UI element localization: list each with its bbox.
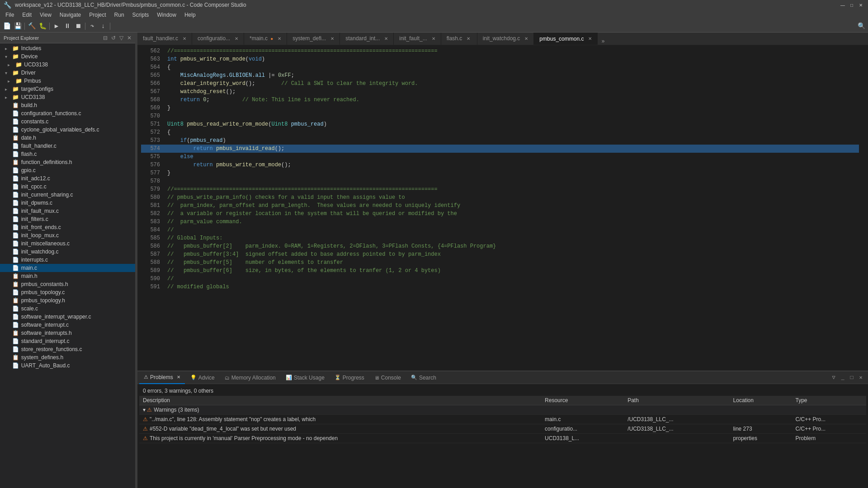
- tab-main-c[interactable]: *main.c●✕: [244, 33, 287, 45]
- warnings-group-row[interactable]: ▾ ⚠Warnings (3 items): [139, 405, 866, 415]
- warning-row-1[interactable]: ⚠#552-D variable "dead_time_4_local" was…: [139, 424, 866, 434]
- tree-item-main-h[interactable]: 📋main.h: [0, 272, 135, 280]
- close-sidebar-icon[interactable]: ✕: [127, 35, 132, 41]
- tree-item-function-defs[interactable]: 📋function_definitions.h: [0, 158, 135, 166]
- warning-row-2[interactable]: ⚠This project is currently in 'manual' P…: [139, 434, 866, 443]
- tree-item-config-func[interactable]: 📄configuration_functions.c: [0, 109, 135, 117]
- tree-item-interrupts[interactable]: 📄interrupts.c: [0, 256, 135, 264]
- tb-search-btn[interactable]: 🔍: [856, 21, 866, 31]
- tree-item-init-watchdog[interactable]: 📄init_watchdog.c: [0, 248, 135, 256]
- tb-new-btn[interactable]: 📄: [2, 21, 12, 31]
- bottom-tab-problems[interactable]: ⚠Problems✕: [139, 371, 185, 384]
- menu-file[interactable]: File: [2, 11, 18, 19]
- tree-item-scale-c[interactable]: 📄scale.c: [0, 305, 135, 313]
- maximize-button[interactable]: □: [848, 1, 855, 9]
- tab-close-icon[interactable]: ✕: [467, 36, 470, 41]
- tree-item-gpio-c[interactable]: 📄gpio.c: [0, 166, 135, 174]
- tab-close-icon[interactable]: ✕: [588, 36, 592, 41]
- tb-debug-btn[interactable]: 🐛: [38, 21, 47, 31]
- tree-item-date-h[interactable]: 📋date.h: [0, 134, 135, 142]
- tab-pmbus-common[interactable]: pmbus_common.c✕: [534, 33, 598, 45]
- tb-step-over[interactable]: ↷: [87, 21, 97, 31]
- tree-item-sw-interrupts-h[interactable]: 📋software_interrupts.h: [0, 329, 135, 337]
- col-location[interactable]: Location: [730, 396, 792, 405]
- tree-item-ucd3138-2[interactable]: ▸📁UCD3138: [0, 93, 135, 101]
- minimize-button[interactable]: —: [839, 1, 846, 9]
- tree-item-init-cpcc[interactable]: 📄init_cpcc.c: [0, 183, 135, 191]
- tab-configuration[interactable]: configuratio...✕: [192, 33, 244, 45]
- menu-navigate[interactable]: Navigate: [56, 11, 85, 19]
- tree-item-pmbus-topology-h[interactable]: 📋pmbus_topology.h: [0, 296, 135, 305]
- tab-init-fault[interactable]: init_fault_...✕: [394, 33, 441, 45]
- tab-init-watchdog[interactable]: init_watchdog.c✕: [477, 33, 534, 45]
- tb-build-btn[interactable]: 🔨: [27, 21, 37, 31]
- tab-fault-handler[interactable]: fault_handler.c✕: [137, 33, 192, 45]
- col-resource[interactable]: Resource: [541, 396, 624, 405]
- tree-item-fault-handler[interactable]: 📄fault_handler.c: [0, 142, 135, 150]
- bottom-tab-console[interactable]: 🖥Console: [370, 371, 406, 384]
- tree-item-uart-baud[interactable]: 📄UART_Auto_Baud.c: [0, 361, 135, 370]
- filter-icon[interactable]: ▽: [119, 35, 123, 41]
- menu-edit[interactable]: Edit: [19, 11, 35, 19]
- tree-item-targetconfigs[interactable]: ▸📁targetConfigs: [0, 85, 135, 93]
- tree-item-system-defines[interactable]: 📋system_defines.h: [0, 353, 135, 361]
- tree-item-pmbus-constants[interactable]: 📋pmbus_constants.h: [0, 280, 135, 288]
- tb-pause-btn[interactable]: ⏸: [62, 21, 72, 31]
- tree-item-init-adc[interactable]: 📄init_adc12.c: [0, 174, 135, 183]
- tree-item-pmbus-topology[interactable]: 📄pmbus_topology.c: [0, 288, 135, 296]
- tree-item-constants[interactable]: 📄constants.c: [0, 117, 135, 126]
- close-panel-icon[interactable]: ✕: [857, 374, 864, 381]
- menu-window[interactable]: Window: [153, 11, 180, 19]
- bottom-tab-advice[interactable]: 💡Advice: [186, 371, 219, 384]
- warning-row-0[interactable]: ⚠"../main.c", line 128: Assembly stateme…: [139, 415, 866, 424]
- tab-close-icon[interactable]: ✕: [524, 36, 528, 41]
- tree-item-sw-interrupt[interactable]: 📄software_interrupt.c: [0, 321, 135, 329]
- tab-close-icon[interactable]: ✕: [235, 36, 238, 41]
- col-type[interactable]: Type: [792, 396, 866, 405]
- tree-item-device[interactable]: ▾📁Device: [0, 52, 135, 61]
- menu-project[interactable]: Project: [85, 11, 109, 19]
- tree-item-includes[interactable]: ▸📁Includes: [0, 44, 135, 52]
- tb-run-btn[interactable]: ▶: [52, 21, 61, 31]
- bottom-tab-stack[interactable]: 📊Stack Usage: [281, 371, 329, 384]
- tree-item-init-fault-mux[interactable]: 📄init_fault_mux.c: [0, 207, 135, 215]
- tab-flash-c[interactable]: flash.c✕: [441, 33, 477, 45]
- tree-item-cyclone[interactable]: 📄cyclone_global_variables_defs.c: [0, 126, 135, 134]
- tree-item-std-interrupt[interactable]: 📄standard_interrupt.c: [0, 337, 135, 345]
- menu-view[interactable]: View: [36, 11, 55, 19]
- bottom-tab-progress[interactable]: ⏳Progress: [330, 371, 369, 384]
- tree-item-driver[interactable]: ▾📁Driver: [0, 69, 135, 77]
- tree-item-init-front-ends[interactable]: 📄init_front_ends.c: [0, 223, 135, 231]
- bottom-tab-close-icon[interactable]: ✕: [177, 375, 180, 380]
- minimize-panel-icon[interactable]: _: [839, 374, 846, 381]
- tb-stop-btn[interactable]: ⏹: [73, 21, 83, 31]
- right-scrollbar[interactable]: [863, 45, 868, 371]
- bottom-tab-search[interactable]: 🔍Search: [406, 371, 441, 384]
- tree-item-init-dpwms[interactable]: 📄init_dpwms.c: [0, 199, 135, 207]
- tabs-overflow-button[interactable]: »: [598, 38, 608, 45]
- tree-item-pmbus[interactable]: ▸📁Pmbus: [0, 77, 135, 85]
- tree-item-main-c[interactable]: 📄main.c: [0, 264, 135, 272]
- tab-close-icon[interactable]: ✕: [330, 36, 334, 41]
- code-content[interactable]: 562//===================================…: [137, 45, 863, 371]
- tree-item-flash-c[interactable]: 📄flash.c: [0, 150, 135, 158]
- filter-bottom-icon[interactable]: ▽: [830, 374, 837, 381]
- tree-item-init-loop-mux[interactable]: 📄init_loop_mux.c: [0, 231, 135, 239]
- col-description[interactable]: Description: [139, 396, 541, 405]
- tb-save-btn[interactable]: 💾: [13, 21, 23, 31]
- sync-icon[interactable]: ↺: [111, 35, 116, 41]
- tree-item-store-restore[interactable]: 📄store_restore_functions.c: [0, 345, 135, 353]
- collapse-all-icon[interactable]: ⊟: [103, 35, 108, 41]
- close-button[interactable]: ✕: [857, 1, 864, 9]
- col-path[interactable]: Path: [624, 396, 729, 405]
- bottom-tab-memory[interactable]: 🗂Memory Allocation: [220, 371, 280, 384]
- tab-close-icon[interactable]: ✕: [384, 36, 388, 41]
- tab-standard-int[interactable]: standard_int...✕: [340, 33, 394, 45]
- tb-step-into[interactable]: ↓: [98, 21, 108, 31]
- tree-item-sw-interrupt-wrapper[interactable]: 📄software_interrupt_wrapper.c: [0, 313, 135, 321]
- menu-help[interactable]: Help: [181, 11, 199, 19]
- tree-item-init-filters[interactable]: 📄init_filters.c: [0, 215, 135, 223]
- menu-run[interactable]: Run: [111, 11, 128, 19]
- tab-system-defi[interactable]: system_defi...✕: [287, 33, 340, 45]
- tree-item-ucd3138-1[interactable]: ▸📁UCD3138: [0, 61, 135, 69]
